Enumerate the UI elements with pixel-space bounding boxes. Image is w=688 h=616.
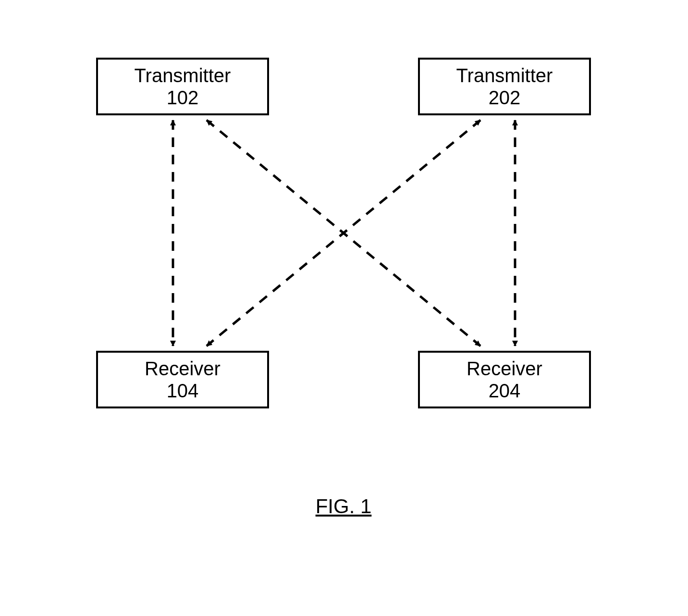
box-label: Receiver xyxy=(467,357,542,380)
box-number: 204 xyxy=(489,380,521,402)
box-number: 202 xyxy=(489,86,521,109)
box-receiver-2: Receiver 204 xyxy=(418,351,591,408)
box-transmitter-2: Transmitter 202 xyxy=(418,58,591,115)
box-number: 102 xyxy=(167,86,199,109)
box-number: 104 xyxy=(167,380,199,402)
box-receiver-1: Receiver 104 xyxy=(96,351,269,408)
box-label: Transmitter xyxy=(456,64,553,86)
box-label: Receiver xyxy=(145,357,221,380)
figure-caption: FIG. 1 xyxy=(307,495,380,518)
box-transmitter-1: Transmitter 102 xyxy=(96,58,269,115)
box-label: Transmitter xyxy=(135,64,231,86)
